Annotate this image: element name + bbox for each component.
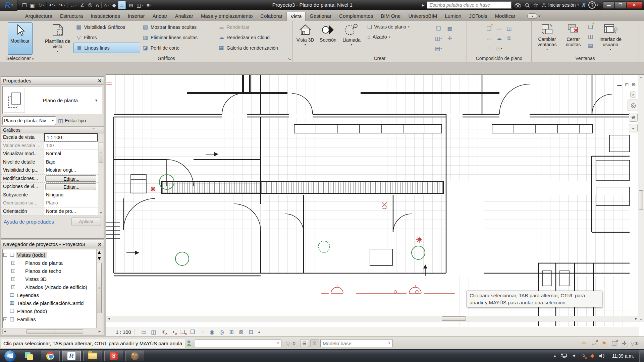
select-elements-by-face-icon[interactable]: ❏ ✕ (609, 339, 619, 348)
ribbon-tab[interactable]: UniversoBIM (405, 12, 441, 21)
ribbon-tab[interactable]: Analizar (171, 12, 197, 21)
reveal-constraints-icon[interactable]: ⊡✕ (247, 329, 255, 335)
viewbar-expand-icon[interactable]: ◂ (258, 330, 260, 334)
text-icon[interactable]: A▾ (94, 1, 100, 9)
title-block-icon[interactable]: ▭✱▾ (495, 24, 504, 33)
scroll-down-icon[interactable]: ▼ (98, 211, 104, 216)
sync-icon[interactable]: ↻▾ (37, 1, 46, 9)
separator[interactable]: ▾ (67, 2, 67, 8)
group-header-graphics[interactable]: Gráficos ˆ (1, 126, 104, 133)
close-hidden-windows-icon[interactable]: ⊠▾ (128, 1, 135, 9)
tree-item[interactable]: ❏ Vistas (todo) (3, 251, 96, 259)
switch-windows-icon[interactable]: ◫▾ (135, 1, 145, 9)
ribbon-tab[interactable]: Anotar (149, 12, 171, 21)
tag-by-category-icon[interactable]: ①▾ (87, 1, 94, 9)
infocenter-toggle-icon[interactable]: ▶ (422, 3, 425, 7)
drawing-area[interactable]: ▬ ⊡ ⊠ ✕ ◎ ⊕ ▸ ▲ ▼ ◀ ▶ 1 : 100 ▭✕◫✕☀✕◑✕❏✕… (106, 74, 644, 337)
visual-style-icon[interactable]: ◫✕ (150, 329, 157, 335)
scroll-up-icon[interactable]: ▲ (638, 75, 644, 80)
properties-header[interactable]: Propiedades ✕ (1, 77, 104, 85)
new-sheet-icon[interactable]: ❏✱▾ (485, 24, 494, 33)
cascade-icon[interactable]: ◫✱▾ (586, 32, 595, 41)
taskbar-media-button[interactable] (125, 351, 144, 361)
legends-icon[interactable]: ▤✱▾ (434, 44, 443, 53)
property-row[interactable]: Visibilidad de p... Mostrar origi... (1, 166, 104, 175)
ribbon-button[interactable]: ▦Galería de renderización (216, 43, 291, 53)
property-row[interactable]: Orientación Norte de pro... (1, 207, 104, 216)
tile-icon[interactable]: ▤✱▾ (586, 41, 595, 50)
duplicate-view-icon[interactable]: ◫✱▾ (434, 34, 443, 43)
tree-item[interactable]: ❐ Planos (todo) (3, 307, 96, 315)
project-browser-header[interactable]: Navegador de proyectos - Proyecto3 ✕ (1, 240, 104, 248)
panel-label[interactable]: Gráficos↘ (40, 55, 292, 62)
aligned-dimension-icon[interactable]: ∠▾ (78, 1, 86, 9)
scroll-left-icon[interactable]: ◀ (3, 329, 7, 334)
scrollbar-thumb[interactable]: ≡ (99, 142, 103, 163)
view-close-icon[interactable]: ⊠ (632, 82, 636, 87)
ribbon-tab[interactable]: Modificar (491, 12, 519, 21)
tree-item[interactable]: Vistas 3D (3, 275, 96, 283)
guide-grid-icon[interactable]: ∷✱▾ (485, 44, 494, 53)
ribbon-button[interactable]: ☁Renderizar (216, 22, 291, 32)
drawing-horizontal-scrollbar[interactable]: ◀ ▶ (106, 316, 639, 321)
close-icon[interactable]: ✕ (98, 78, 102, 83)
scroll-left-icon[interactable]: ◀ (106, 316, 111, 321)
switch-windows-button[interactable]: Cambiar ventanas ▾ (533, 22, 561, 52)
ribbon-button[interactable]: ▥Eliminar líneas ocultas (140, 32, 216, 43)
ribbon-tab[interactable]: Vista (286, 12, 306, 21)
type-selector[interactable]: Plano de planta ▼ (2, 86, 102, 114)
scrollbar-thumb[interactable] (639, 190, 643, 210)
scroll-right-icon[interactable]: ▶ (97, 329, 102, 334)
new-window-icon[interactable]: ❏✱▾ (586, 22, 595, 31)
scrollbar-thumb[interactable]: ≡ (97, 263, 102, 313)
ribbon-tab[interactable]: Colaborar (257, 12, 286, 21)
viewport-icon[interactable]: ⊡✱▾ (495, 44, 504, 53)
ribbon-tab[interactable]: BIM One (377, 12, 404, 21)
ribbon-tab[interactable]: Insertar (124, 12, 149, 21)
undo-icon[interactable]: ↶▾ (48, 1, 57, 9)
sign-in-control[interactable]: Iniciar sesión ▾ (541, 2, 579, 8)
view-templates-button[interactable]: Plantillas de vista ▾ (42, 22, 73, 54)
tree-expander-icon[interactable] (3, 317, 7, 321)
ribbon-button[interactable]: ▦Visibilidad/ Gráficos (73, 22, 140, 32)
communication-center-icon[interactable] (524, 2, 530, 8)
view-reference-icon[interactable]: ◫✱▾ (505, 24, 514, 33)
ribbon-button[interactable]: ☁Renderizar en Cloud (216, 32, 291, 43)
section-button[interactable]: Sección (316, 22, 340, 44)
revision-cloud-icon[interactable]: ☁✱▾ (495, 34, 504, 43)
tree-expander-icon[interactable] (11, 277, 15, 281)
ribbon-button[interactable]: ≣Líneas finas (73, 43, 140, 53)
tree-expander-icon[interactable] (11, 261, 15, 265)
property-row[interactable]: Subyacente Ninguno (1, 191, 104, 199)
panel-label[interactable]: Ventanas (532, 55, 639, 62)
network-icon[interactable] (561, 353, 567, 358)
taskbar-sketchup-button[interactable]: S (104, 351, 123, 361)
separator[interactable]: ▾ (46, 2, 47, 8)
navbar-close-icon[interactable]: ✕ (630, 92, 636, 98)
volume-icon[interactable] (599, 353, 605, 358)
select-underlay-elements-icon[interactable]: ▱ ✕ (589, 339, 599, 348)
property-row[interactable]: Visualizar mod... Normal (1, 150, 104, 158)
ribbon-tab[interactable]: Estructura (56, 12, 87, 21)
property-row[interactable]: Nivel de detalle Bajo (1, 158, 104, 167)
close-hidden-button[interactable]: Cerrar ocultas (561, 22, 585, 49)
collapse-icon[interactable]: ˆ (93, 127, 94, 133)
user-interface-button[interactable]: Interfaz de usuario ▾ (596, 22, 625, 52)
show-crop-region-icon[interactable]: ❐✕ (189, 329, 196, 335)
redo-icon[interactable]: ↷▾ (57, 1, 66, 9)
ribbon-tab[interactable]: Lumion (441, 12, 465, 21)
property-row[interactable]: Escala de vista 1 : 100 (1, 133, 104, 142)
application-menu-button[interactable]: R ▾ (0, 0, 17, 11)
sticky-notes-icon[interactable] (25, 352, 34, 360)
tree-vertical-scrollbar[interactable]: ▲ ≡ ▼ (96, 249, 102, 328)
dropbox-icon[interactable]: ✦ (572, 353, 576, 359)
ribbon-tab[interactable]: Arquitectura (21, 12, 56, 21)
select-links-icon[interactable]: ∞ ✕ (579, 339, 589, 348)
design-options-icon[interactable]: ⊟ (300, 339, 309, 347)
measure-icon[interactable]: ↔▾ (68, 1, 78, 9)
3d-view-button[interactable]: Vista 3D ▾ (294, 22, 316, 48)
taskbar-explorer-button[interactable] (83, 351, 102, 361)
property-row[interactable]: Opciones de vi... Editar... (1, 183, 104, 191)
scroll-down-icon[interactable]: ▼ (638, 317, 644, 322)
scope-box-icon[interactable]: ✛✱▾ (445, 34, 454, 43)
